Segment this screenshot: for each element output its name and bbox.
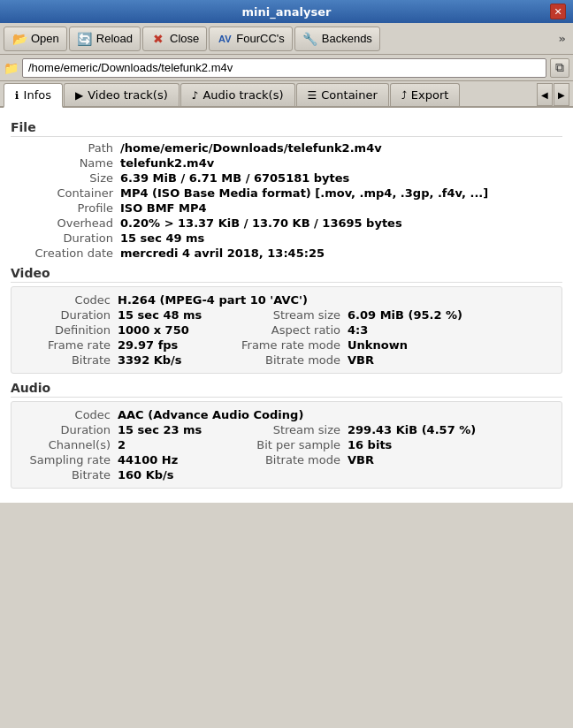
video-framerate-value: 29.97 fps (114, 337, 238, 353)
audio-duration-label: Duration (17, 422, 114, 437)
profile-value: ISO BMF MP4 (117, 201, 562, 216)
video-bitrate-label: Bitrate (17, 353, 114, 368)
video-bitrate-value: 3392 Kb/s (114, 353, 238, 368)
table-row: Creation date mercredi 4 avril 2018, 13:… (11, 246, 562, 261)
video-framerate-label: Frame rate (17, 337, 114, 353)
path-input[interactable] (22, 58, 546, 78)
creation-date-value: mercredi 4 avril 2018, 13:45:25 (117, 246, 562, 261)
video-codec-value: H.264 (MPEG-4 part 10 'AVC') (114, 292, 556, 307)
reload-icon: 🔄 (77, 31, 93, 47)
overhead-label: Overhead (11, 216, 117, 231)
profile-label: Profile (11, 201, 117, 216)
video-streamsize-value: 6.09 MiB (95.2 %) (344, 307, 556, 322)
table-row: Sampling rate 44100 Hz Bitrate mode VBR (17, 452, 556, 467)
table-row: Overhead 0.20% > 13.37 KiB / 13.70 KB / … (11, 216, 562, 231)
audio-bitratemode-label: Bitrate mode (238, 452, 344, 467)
creation-date-label: Creation date (11, 246, 117, 261)
tab-prev-button[interactable]: ◀ (537, 83, 553, 106)
close-label: Close (170, 32, 199, 45)
export-tab-icon: ⤴ (401, 89, 407, 102)
tab-next-button[interactable]: ▶ (554, 83, 569, 106)
container-tab-label: Container (321, 88, 378, 102)
toolbar: 📂 Open 🔄 Reload ✖ Close AV FourCC's 🔧 Ba… (0, 23, 573, 55)
tabs-bar: ℹ Infos ▶ Video track(s) ♪ Audio track(s… (0, 81, 573, 108)
video-definition-label: Definition (17, 322, 114, 337)
audio-bitratemode-value: VBR (344, 452, 556, 467)
audio-streamsize-value: 299.43 KiB (4.57 %) (344, 422, 556, 437)
fourccs-icon: AV (217, 31, 233, 47)
audio-codec-value: AAC (Advance Audio Coding) (114, 407, 556, 422)
title-bar: mini_analyser ✕ (0, 0, 573, 23)
file-info-table: Path /home/emeric/Downloads/telefunk2.m4… (11, 140, 562, 261)
tab-video[interactable]: ▶ Video track(s) (64, 83, 180, 106)
backends-label: Backends (322, 32, 372, 45)
path-bar: 📁 ⧉ (0, 55, 573, 81)
audio-bitrate-label: Bitrate (17, 467, 114, 482)
video-bitratemode-value: VBR (344, 353, 556, 368)
audio-empty-label (238, 467, 344, 482)
name-value: telefunk2.m4v (117, 155, 562, 171)
video-bitratemode-label: Bitrate mode (238, 353, 344, 368)
video-info-table: Codec H.264 (MPEG-4 part 10 'AVC') Durat… (17, 292, 556, 368)
table-row: Bitrate 3392 Kb/s Bitrate mode VBR (17, 353, 556, 368)
close-button[interactable]: ✖ Close (142, 27, 207, 51)
table-row: Channel(s) 2 Bit per sample 16 bits (17, 437, 556, 452)
external-link-button[interactable]: ⧉ (550, 58, 569, 78)
audio-bitpersample-label: Bit per sample (238, 437, 344, 452)
duration-label: Duration (11, 231, 117, 246)
name-label: Name (11, 155, 117, 171)
audio-tab-icon: ♪ (192, 89, 199, 102)
table-row: Size 6.39 MiB / 6.71 MB / 6705181 bytes (11, 171, 562, 186)
tab-container[interactable]: ☰ Container (296, 83, 389, 106)
table-row: Name telefunk2.m4v (11, 155, 562, 171)
tab-navigation: ◀ ▶ (537, 83, 569, 106)
table-row: Codec H.264 (MPEG-4 part 10 'AVC') (17, 292, 556, 307)
reload-button[interactable]: 🔄 Reload (69, 27, 141, 51)
video-aspectratio-value: 4:3 (344, 322, 556, 337)
backends-button[interactable]: 🔧 Backends (294, 27, 380, 51)
table-row: Frame rate 29.97 fps Frame rate mode Unk… (17, 337, 556, 353)
tab-infos[interactable]: ℹ Infos (4, 83, 63, 108)
open-icon: 📂 (11, 31, 27, 47)
audio-section-header: Audio (11, 381, 562, 398)
open-button[interactable]: 📂 Open (4, 27, 67, 51)
size-label: Size (11, 171, 117, 186)
infos-tab-icon: ℹ (15, 89, 19, 102)
content-area: File Path /home/emeric/Downloads/telefun… (0, 108, 573, 503)
video-duration-value: 15 sec 48 ms (114, 307, 238, 322)
file-section-header: File (11, 120, 562, 137)
video-frameratemode-label: Frame rate mode (238, 337, 344, 353)
container-value: MP4 (ISO Base Media format) [.mov, .mp4,… (117, 186, 562, 201)
fourccs-button[interactable]: AV FourCC's (209, 27, 293, 51)
audio-info-table: Codec AAC (Advance Audio Coding) Duratio… (17, 407, 556, 482)
video-tab-icon: ▶ (75, 89, 83, 102)
audio-empty-value (344, 467, 556, 482)
video-section: Codec H.264 (MPEG-4 part 10 'AVC') Durat… (11, 286, 562, 374)
audio-bitrate-value: 160 Kb/s (114, 467, 238, 482)
video-tab-label: Video track(s) (88, 88, 168, 102)
table-row: Duration 15 sec 23 ms Stream size 299.43… (17, 422, 556, 437)
audio-section: Codec AAC (Advance Audio Coding) Duratio… (11, 401, 562, 489)
video-frameratemode-value: Unknown (344, 337, 556, 353)
audio-duration-value: 15 sec 23 ms (114, 422, 238, 437)
reload-label: Reload (96, 32, 133, 45)
tab-export[interactable]: ⤴ Export (390, 83, 461, 106)
table-row: Container MP4 (ISO Base Media format) [.… (11, 186, 562, 201)
tab-audio[interactable]: ♪ Audio track(s) (180, 83, 295, 106)
path-label: Path (11, 140, 117, 155)
audio-streamsize-label: Stream size (238, 422, 344, 437)
audio-codec-label: Codec (17, 407, 114, 422)
path-value: /home/emeric/Downloads/telefunk2.m4v (117, 140, 562, 155)
toolbar-more[interactable]: » (555, 30, 569, 47)
video-section-header: Video (11, 266, 562, 283)
audio-bitpersample-value: 16 bits (344, 437, 556, 452)
overhead-value: 0.20% > 13.37 KiB / 13.70 KB / 13695 byt… (117, 216, 562, 231)
table-row: Codec AAC (Advance Audio Coding) (17, 407, 556, 422)
video-streamsize-label: Stream size (238, 307, 344, 322)
window-close-button[interactable]: ✕ (550, 4, 566, 19)
table-row: Path /home/emeric/Downloads/telefunk2.m4… (11, 140, 562, 155)
container-label: Container (11, 186, 117, 201)
audio-channels-value: 2 (114, 437, 238, 452)
video-duration-label: Duration (17, 307, 114, 322)
audio-samplingrate-label: Sampling rate (17, 452, 114, 467)
